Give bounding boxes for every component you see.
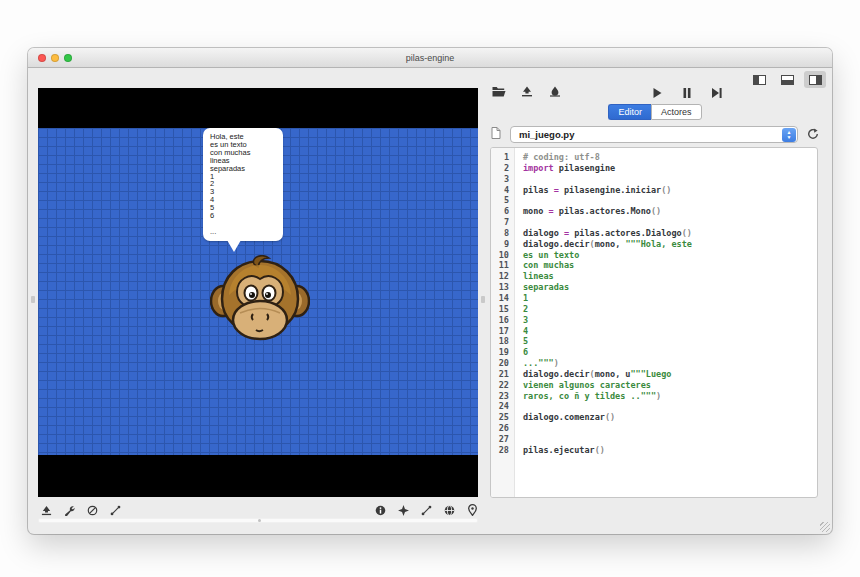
bubble-line: 1 <box>210 173 276 181</box>
view-tabs: Editor Actores <box>488 104 822 120</box>
folder-open-icon[interactable] <box>492 85 506 98</box>
distance-icon[interactable] <box>109 504 121 516</box>
code-line[interactable] <box>523 217 817 228</box>
code-line[interactable]: # coding: utf-8 <box>523 152 817 163</box>
code-line[interactable]: dialogo = pilas.actores.Dialogo() <box>523 228 817 239</box>
code-line[interactable]: 2 <box>523 304 817 315</box>
titlebar[interactable]: pilas-engine <box>28 48 832 68</box>
bubble-line: 5 <box>210 204 276 212</box>
line-number: 24 <box>491 401 509 412</box>
line-number: 21 <box>491 369 509 380</box>
resize-grip[interactable] <box>820 522 830 532</box>
left-splitter-handle[interactable] <box>31 296 35 303</box>
app-window: pilas-engine Hola, estees un textocon mu… <box>28 48 832 534</box>
code-line[interactable]: dialogo.decir(mono, u"""Luego <box>523 369 817 380</box>
line-number: 17 <box>491 326 509 337</box>
code-line[interactable]: pilas.ejecutar() <box>523 445 817 456</box>
code-line[interactable]: separadas <box>523 282 817 293</box>
line-number: 23 <box>491 391 509 402</box>
line-number: 7 <box>491 217 509 228</box>
code-line[interactable]: 4 <box>523 326 817 337</box>
code-line[interactable] <box>523 401 817 412</box>
code-line[interactable]: mono = pilas.actores.Mono() <box>523 206 817 217</box>
publish-icon[interactable] <box>548 85 562 98</box>
game-viewport[interactable]: Hola, estees un textocon muchaslineassep… <box>38 88 478 497</box>
viewport-toolbar-left <box>38 504 121 516</box>
code-line[interactable] <box>523 195 817 206</box>
line-number: 12 <box>491 271 509 282</box>
code-line[interactable]: ...""") <box>523 358 817 369</box>
speech-bubble-text: Hola, estees un textocon muchaslineassep… <box>210 133 276 236</box>
world-icon[interactable] <box>443 504 455 516</box>
line-number: 14 <box>491 293 509 304</box>
upload-icon[interactable] <box>40 504 52 516</box>
close-button[interactable] <box>38 54 46 62</box>
playback-controls <box>650 86 724 99</box>
code-line[interactable]: con muchas <box>523 260 817 271</box>
file-actions <box>492 85 562 98</box>
center-splitter-handle[interactable] <box>481 296 485 303</box>
pause-icon[interactable] <box>680 86 694 99</box>
line-number: 13 <box>491 282 509 293</box>
tab-actores[interactable]: Actores <box>651 104 702 120</box>
code-line[interactable]: 3 <box>523 315 817 326</box>
game-canvas[interactable]: Hola, estees un textocon muchaslineassep… <box>38 128 478 455</box>
file-select-value: mi_juego.py <box>519 129 574 140</box>
new-file-icon[interactable] <box>491 127 501 139</box>
speech-bubble: Hola, estees un textocon muchaslineassep… <box>203 128 283 241</box>
code-line[interactable] <box>523 423 817 434</box>
panel-left-icon <box>753 75 766 85</box>
file-row: mi_juego.py ▲▼ <box>488 126 822 143</box>
line-number: 18 <box>491 336 509 347</box>
code-line[interactable]: 1 <box>523 293 817 304</box>
bubble-line: 2 <box>210 180 276 188</box>
zoom-button[interactable] <box>64 54 72 62</box>
code-line[interactable] <box>523 174 817 185</box>
line-number: 8 <box>491 228 509 239</box>
play-icon[interactable] <box>650 86 664 99</box>
code-line[interactable]: import pilasengine <box>523 163 817 174</box>
viewport-splitter-strip[interactable] <box>38 518 478 523</box>
info-icon[interactable] <box>374 504 386 516</box>
pin-icon[interactable] <box>466 504 478 516</box>
step-icon[interactable] <box>710 86 724 99</box>
line-number: 25 <box>491 412 509 423</box>
upload-icon[interactable] <box>520 85 534 98</box>
code-gutter: 1234567891011121314151617181920212223242… <box>491 148 515 497</box>
panel-bottom-icon <box>781 75 794 85</box>
code-line[interactable]: es un texto <box>523 250 817 261</box>
line-number: 28 <box>491 445 509 456</box>
disable-icon[interactable] <box>86 504 98 516</box>
code-line[interactable]: dialogo.decir(mono, """Hola, este <box>523 239 817 250</box>
bubble-line: 6 <box>210 212 276 220</box>
line-number: 16 <box>491 315 509 326</box>
position-icon[interactable] <box>397 504 409 516</box>
wrench-icon[interactable] <box>63 504 75 516</box>
code-line[interactable]: dialogo.comenzar() <box>523 412 817 423</box>
window-controls <box>38 54 72 62</box>
tab-editor[interactable]: Editor <box>608 104 651 120</box>
code-line[interactable]: vienen algunos caracteres <box>523 380 817 391</box>
code-line[interactable]: 5 <box>523 336 817 347</box>
line-number: 19 <box>491 347 509 358</box>
code-line[interactable]: 6 <box>523 347 817 358</box>
line-number: 1 <box>491 152 509 163</box>
code-editor[interactable]: 1234567891011121314151617181920212223242… <box>490 147 818 498</box>
refresh-icon[interactable] <box>807 128 819 140</box>
letterbox-top <box>38 88 478 128</box>
file-select[interactable]: mi_juego.py ▲▼ <box>510 126 798 143</box>
line-number: 10 <box>491 250 509 261</box>
code-line[interactable] <box>523 434 817 445</box>
bubble-line: ... <box>210 228 276 236</box>
bubble-line: separadas <box>210 165 276 173</box>
code-lines[interactable]: # coding: utf-8import pilasengine pilas … <box>515 148 817 497</box>
code-line[interactable]: raros, co ñ y tildes ..""") <box>523 391 817 402</box>
monkey-actor[interactable] <box>210 255 310 343</box>
line-number: 11 <box>491 260 509 271</box>
line-number: 27 <box>491 434 509 445</box>
code-line[interactable]: lineas <box>523 271 817 282</box>
bubble-line <box>210 220 276 228</box>
minimize-button[interactable] <box>51 54 59 62</box>
code-line[interactable]: pilas = pilasengine.iniciar() <box>523 185 817 196</box>
distance-icon[interactable] <box>420 504 432 516</box>
